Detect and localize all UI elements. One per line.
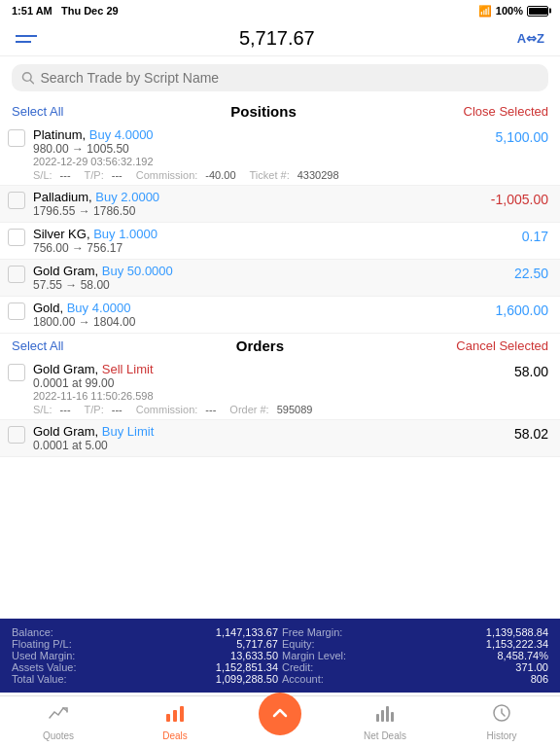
orders-list: Gold Gram, Sell Limit 0.0001 at 99.00 20…	[0, 358, 560, 457]
positions-select-all[interactable]: Select All	[12, 104, 63, 119]
status-bar: 1:51 AM Thu Dec 29 📶 100%	[0, 0, 560, 21]
battery-icon	[527, 6, 548, 17]
position-name-silverkg: Silver KG,	[33, 227, 93, 241]
position-prices-goldgram: 57.55 → 58.00	[33, 278, 548, 292]
nav-deals[interactable]: Deals	[117, 702, 233, 741]
orders-select-all[interactable]: Select All	[12, 338, 63, 353]
order-action-goldgram-sell: Sell Limit	[102, 362, 154, 376]
position-prices-silverkg: 756.00 → 756.17	[33, 241, 548, 255]
position-meta-platinum: S/L:--- T/P:--- Commission:-40.00 Ticket…	[33, 169, 548, 181]
net-deals-icon	[374, 702, 396, 729]
position-checkbox-gold[interactable]	[8, 302, 25, 320]
svg-rect-4	[180, 706, 184, 722]
search-bar	[12, 64, 548, 91]
positions-title: Positions	[230, 103, 297, 120]
nav-net-deals-label: Net Deals	[364, 730, 406, 741]
close-selected-button[interactable]: Close Selected	[464, 104, 548, 119]
position-value-silverkg: 0.17	[522, 229, 548, 244]
order-name-goldgram-sell: Gold Gram,	[33, 362, 102, 376]
status-time: 1:51 AM Thu Dec 29	[12, 5, 119, 17]
header-amount: 5,717.67	[239, 27, 315, 50]
position-name-platinum: Platinum,	[33, 127, 89, 142]
position-row-platinum: Platinum, Buy 4.0000 980.00 → 1005.50 20…	[0, 124, 560, 186]
position-row-goldgram: Gold Gram, Buy 50.0000 57.55 → 58.00 22.…	[0, 260, 560, 297]
battery-percent: 100%	[496, 5, 523, 17]
position-date-platinum: 2022-12-29 03:56:32.192	[33, 156, 548, 167]
order-checkbox-goldgram-sell[interactable]	[8, 364, 25, 381]
position-action-silverkg: Buy 1.0000	[93, 227, 158, 241]
nav-fab[interactable]	[233, 708, 327, 735]
position-value-platinum: 5,100.00	[496, 129, 549, 145]
history-icon	[491, 702, 512, 729]
order-detail-goldgram-sell: 0.0001 at 99.00	[33, 376, 548, 390]
status-indicators: 📶 100%	[478, 5, 548, 18]
stat-margins: Free Margin: 1,139,588.84 Equity: 1,153,…	[282, 626, 548, 685]
svg-rect-3	[173, 710, 177, 722]
position-value-goldgram: 22.50	[514, 266, 548, 281]
order-date-goldgram-sell: 2022-11-16 11:50:26.598	[33, 390, 548, 402]
search-icon	[21, 71, 34, 85]
nav-quotes[interactable]: Quotes	[0, 702, 117, 741]
quotes-icon	[48, 702, 69, 729]
nav-history-label: History	[486, 730, 516, 741]
order-value-goldgram-sell: 58.00	[514, 364, 548, 379]
sort-button[interactable]: A⇔Z	[517, 31, 544, 46]
fab-button[interactable]	[259, 693, 301, 735]
position-action-palladium: Buy 2.0000	[95, 190, 159, 204]
order-detail-goldgram-buy: 0.0001 at 5.00	[33, 439, 548, 452]
search-input[interactable]	[40, 70, 539, 86]
position-checkbox-silverkg[interactable]	[8, 229, 25, 246]
position-value-palladium: -1,005.00	[491, 192, 548, 207]
bottom-nav: Quotes Deals Net Deals	[0, 695, 560, 747]
position-prices-gold: 1800.00 → 1804.00	[33, 315, 548, 329]
position-name-goldgram: Gold Gram,	[33, 264, 102, 278]
position-value-gold: 1,600.00	[496, 302, 549, 318]
position-name-gold: Gold,	[33, 301, 67, 315]
position-checkbox-goldgram[interactable]	[8, 266, 25, 283]
stat-balance: Balance: 1,147,133.67 Floating P/L: 5,71…	[12, 626, 278, 685]
position-name-palladium: Palladium,	[33, 190, 95, 204]
svg-rect-8	[391, 712, 394, 722]
position-row-gold: Gold, Buy 4.0000 1800.00 → 1804.00 1,600…	[0, 297, 560, 334]
nav-quotes-label: Quotes	[43, 730, 74, 741]
svg-rect-2	[166, 714, 170, 722]
positions-list: Platinum, Buy 4.0000 980.00 → 1005.50 20…	[0, 124, 560, 334]
position-row-silverkg: Silver KG, Buy 1.0000 756.00 → 756.17 0.…	[0, 223, 560, 260]
svg-rect-5	[376, 714, 379, 722]
nav-net-deals[interactable]: Net Deals	[327, 702, 443, 741]
footer-stats: Balance: 1,147,133.67 Floating P/L: 5,71…	[0, 619, 560, 693]
order-meta-goldgram-sell: S/L:--- T/P:--- Commission:--- Order #:5…	[33, 404, 548, 415]
order-row-goldgram-buy: Gold Gram, Buy Limit 0.0001 at 5.00 58.0…	[0, 420, 560, 457]
svg-rect-6	[381, 710, 384, 722]
cancel-selected-button[interactable]: Cancel Selected	[456, 338, 548, 353]
order-name-goldgram-buy: Gold Gram,	[33, 424, 102, 439]
position-action-goldgram: Buy 50.0000	[102, 264, 173, 278]
position-checkbox-platinum[interactable]	[8, 129, 25, 147]
header: 5,717.67 A⇔Z	[0, 21, 560, 56]
position-checkbox-palladium[interactable]	[8, 192, 25, 209]
svg-line-1	[30, 80, 33, 83]
wifi-icon: 📶	[478, 5, 492, 18]
order-value-goldgram-buy: 58.02	[514, 426, 548, 442]
position-prices-platinum: 980.00 → 1005.50	[33, 142, 548, 156]
orders-title: Orders	[236, 338, 284, 354]
deals-icon	[164, 702, 186, 729]
menu-button[interactable]	[16, 35, 37, 43]
positions-section-header: Select All Positions Close Selected	[0, 99, 560, 124]
position-action-platinum: Buy 4.0000	[89, 127, 154, 142]
nav-history[interactable]: History	[443, 702, 560, 741]
order-checkbox-goldgram-buy[interactable]	[8, 426, 25, 444]
order-action-goldgram-buy: Buy Limit	[102, 424, 154, 439]
orders-section-header: Select All Orders Cancel Selected	[0, 334, 560, 358]
nav-deals-label: Deals	[162, 730, 188, 741]
position-prices-palladium: 1796.55 → 1786.50	[33, 204, 548, 218]
svg-rect-7	[386, 706, 389, 722]
order-row-goldgram-sell: Gold Gram, Sell Limit 0.0001 at 99.00 20…	[0, 358, 560, 420]
position-action-gold: Buy 4.0000	[67, 301, 131, 315]
position-row-palladium: Palladium, Buy 2.0000 1796.55 → 1786.50 …	[0, 186, 560, 223]
